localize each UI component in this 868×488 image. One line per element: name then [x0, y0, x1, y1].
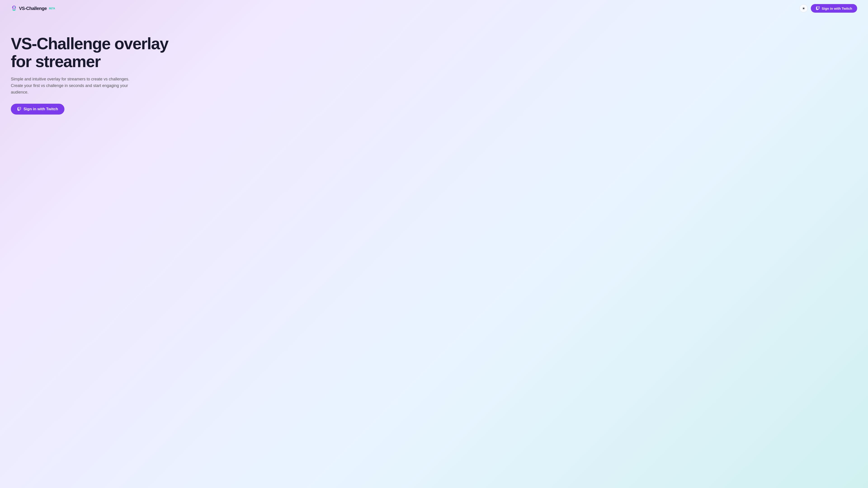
logo-text: VS-Challenge [19, 6, 47, 11]
hero-subtitle: Simple and intuitive overlay for streame… [11, 76, 142, 95]
hero-title-line2: for streamer [11, 53, 100, 70]
hero-section: VS-ChallengeBETA ☀ Sign in with Twitch V… [0, 0, 868, 488]
sign-in-twitch-button-nav[interactable]: Sign in with Twitch [811, 4, 857, 13]
sign-in-label-hero: Sign in with Twitch [24, 107, 58, 111]
logo-beta: BETA [49, 7, 55, 10]
logo-area: VS-ChallengeBETA [11, 5, 55, 11]
svg-point-1 [13, 7, 13, 8]
hero-title-line1: VS-Challenge overlay [11, 35, 168, 53]
sun-icon: ☀ [802, 6, 805, 11]
hero-content: VS-Challenge overlay for streamer Simple… [0, 17, 204, 128]
svg-point-2 [14, 7, 16, 8]
logo-icon [11, 5, 17, 11]
navbar: VS-ChallengeBETA ☀ Sign in with Twitch [0, 0, 868, 17]
navbar-right: ☀ Sign in with Twitch [800, 4, 857, 13]
theme-toggle-button[interactable]: ☀ [800, 4, 808, 12]
twitch-icon-hero [17, 107, 21, 111]
hero-title: VS-Challenge overlay for streamer [11, 35, 193, 70]
sign-in-twitch-button-hero[interactable]: Sign in with Twitch [11, 104, 64, 115]
sign-in-label-nav: Sign in with Twitch [822, 6, 852, 10]
twitch-icon-nav [816, 6, 820, 10]
